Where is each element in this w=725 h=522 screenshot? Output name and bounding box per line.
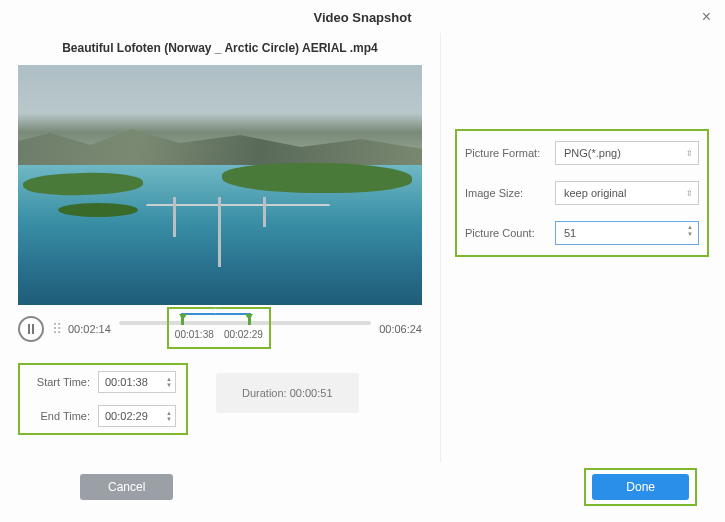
picture-count-value: 51 bbox=[564, 227, 576, 239]
picture-format-value: PNG(*.png) bbox=[564, 147, 621, 159]
pause-icon bbox=[28, 324, 34, 334]
image-size-row: Image Size: keep original ⇳ bbox=[465, 181, 699, 205]
done-button[interactable]: Done bbox=[592, 474, 689, 500]
video-snapshot-dialog: Video Snapshot × Beautiful Lofoten (Norw… bbox=[0, 0, 725, 522]
timeline-row: ⠿ 00:02:14 ♡ 00:01:38 00:02:29 00:06: bbox=[18, 313, 422, 345]
picture-count-input[interactable]: 51 ▲ ▼ bbox=[555, 221, 699, 245]
range-selector[interactable]: ♡ bbox=[181, 313, 251, 325]
picture-format-label: Picture Format: bbox=[465, 147, 549, 159]
duration-value: 00:00:51 bbox=[290, 387, 333, 399]
snapshot-options: Picture Format: PNG(*.png) ⇳ Image Size:… bbox=[455, 129, 709, 257]
picture-count-row: Picture Count: 51 ▲ ▼ bbox=[465, 221, 699, 245]
cancel-button[interactable]: Cancel bbox=[80, 474, 173, 500]
total-time: 00:06:24 bbox=[379, 323, 422, 335]
start-time-down-icon[interactable]: ▼ bbox=[164, 382, 174, 388]
footer: Cancel Done bbox=[0, 462, 725, 522]
image-size-label: Image Size: bbox=[465, 187, 549, 199]
start-time-label: Start Time: bbox=[30, 376, 90, 388]
end-time-stepper: ▲ ▼ bbox=[98, 405, 176, 427]
time-controls: Start Time: ▲ ▼ End Time: bbox=[18, 363, 422, 435]
current-time: 00:02:14 bbox=[68, 323, 111, 335]
chevron-updown-icon: ⇳ bbox=[686, 149, 693, 158]
timeline-track[interactable]: ♡ 00:01:38 00:02:29 bbox=[119, 313, 371, 345]
dialog-title: Video Snapshot bbox=[314, 10, 412, 25]
count-down-icon[interactable]: ▼ bbox=[685, 231, 695, 238]
image-size-select[interactable]: keep original ⇳ bbox=[555, 181, 699, 205]
end-time-row: End Time: ▲ ▼ bbox=[30, 405, 176, 427]
range-start-label: 00:01:38 bbox=[175, 329, 214, 345]
highlight-done: Done bbox=[584, 468, 697, 506]
chevron-updown-icon: ⇳ bbox=[686, 189, 693, 198]
video-preview[interactable] bbox=[18, 65, 422, 305]
start-time-row: Start Time: ▲ ▼ bbox=[30, 371, 176, 393]
end-time-down-icon[interactable]: ▼ bbox=[164, 416, 174, 422]
right-panel: Picture Format: PNG(*.png) ⇳ Image Size:… bbox=[440, 33, 725, 462]
duration-label: Duration: bbox=[242, 387, 287, 399]
range-end-label: 00:02:29 bbox=[224, 329, 263, 345]
heart-icon: ♡ bbox=[211, 305, 221, 315]
left-panel: Beautiful Lofoten (Norway _ Arctic Circl… bbox=[0, 33, 440, 462]
play-pause-button[interactable] bbox=[18, 316, 44, 342]
picture-format-select[interactable]: PNG(*.png) ⇳ bbox=[555, 141, 699, 165]
video-filename: Beautiful Lofoten (Norway _ Arctic Circl… bbox=[18, 41, 422, 55]
content-area: Beautiful Lofoten (Norway _ Arctic Circl… bbox=[0, 33, 725, 462]
grip-icon: ⠿ bbox=[52, 321, 60, 337]
end-time-label: End Time: bbox=[30, 410, 90, 422]
close-icon[interactable]: × bbox=[702, 8, 711, 26]
highlight-selection: ♡ 00:01:38 00:02:29 bbox=[167, 307, 271, 349]
start-time-stepper: ▲ ▼ bbox=[98, 371, 176, 393]
duration-display: Duration: 00:00:51 bbox=[216, 373, 359, 413]
time-inputs-group: Start Time: ▲ ▼ End Time: bbox=[18, 363, 188, 435]
picture-format-row: Picture Format: PNG(*.png) ⇳ bbox=[465, 141, 699, 165]
count-up-icon[interactable]: ▲ bbox=[685, 224, 695, 231]
picture-count-label: Picture Count: bbox=[465, 227, 549, 239]
image-size-value: keep original bbox=[564, 187, 626, 199]
titlebar: Video Snapshot × bbox=[0, 0, 725, 33]
